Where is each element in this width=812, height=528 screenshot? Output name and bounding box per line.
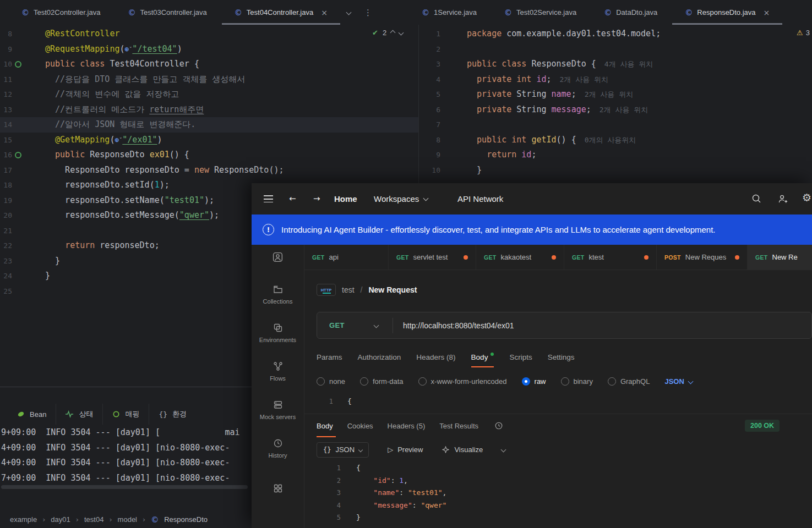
code-line[interactable]: 7: [419, 117, 812, 133]
code-line[interactable]: 17 ResponseDto responseDto = new Respons…: [0, 163, 418, 178]
invite-user-icon[interactable]: [778, 194, 788, 206]
request-body-editor[interactable]: 1{: [309, 395, 812, 414]
tab-body[interactable]: Body: [464, 346, 502, 367]
mode-raw[interactable]: raw: [522, 377, 546, 386]
code-line[interactable]: 8@RestController: [0, 26, 418, 42]
prev-issue-icon[interactable]: [390, 30, 396, 36]
code-line[interactable]: 10 }: [419, 163, 812, 178]
code-line[interactable]: 2 "id": 1,: [309, 475, 812, 487]
run-tab-bean[interactable]: Bean: [8, 404, 56, 425]
code-line[interactable]: 4 private int id;2개 사용 위치: [419, 72, 812, 87]
bean-gutter-icon[interactable]: [15, 152, 21, 158]
mode-urlencoded[interactable]: x-www-form-urlencoded: [418, 377, 507, 386]
editor-tab-test02service[interactable]: © Test02Service.java: [491, 0, 590, 25]
horizontal-scrollbar[interactable]: [1, 485, 248, 489]
code-line[interactable]: 5 private String name;2개 사용 위치: [419, 87, 812, 102]
nav-home[interactable]: Home: [334, 183, 357, 215]
tab-authorization[interactable]: Authorization: [350, 346, 409, 367]
run-tab-status[interactable]: 상태: [56, 404, 102, 425]
nav-api-network[interactable]: API Network: [457, 183, 503, 215]
gear-icon[interactable]: ⚙: [802, 191, 811, 204]
mode-graphql[interactable]: GraphQL: [608, 377, 650, 386]
code-line[interactable]: 13 //컨트롤러의 메소드가 return해주면: [0, 102, 418, 118]
code-line[interactable]: 1{: [309, 395, 812, 408]
code-line[interactable]: 1{: [309, 462, 812, 475]
response-tab-test-results[interactable]: Test Results: [432, 414, 486, 437]
code-line[interactable]: 9 return id;: [419, 147, 812, 163]
sidebar-configure[interactable]: [252, 483, 304, 493]
mode-none[interactable]: none: [317, 377, 345, 386]
back-icon[interactable]: ←: [289, 183, 296, 215]
forward-icon[interactable]: →: [313, 183, 320, 215]
method-select[interactable]: GET: [317, 321, 393, 329]
breadcrumb-item[interactable]: example: [10, 515, 37, 524]
breadcrumb-item[interactable]: model: [118, 515, 137, 524]
collection-name[interactable]: test: [342, 285, 355, 294]
request-tab-active[interactable]: GET New Re: [748, 245, 812, 270]
editor-tab-test03controller[interactable]: © Test03Controller.java: [114, 0, 220, 25]
preview-button[interactable]: ▷ Preview: [388, 446, 423, 454]
response-history-icon[interactable]: [494, 421, 503, 430]
request-name[interactable]: New Request: [368, 285, 417, 294]
breadcrumb-item[interactable]: test04: [84, 515, 103, 524]
editor-tab-responsedto[interactable]: © ResponseDto.java ×: [671, 0, 783, 25]
hamburger-menu-icon[interactable]: [264, 195, 273, 202]
url-input[interactable]: http://localhost:8080/test04/ex01: [393, 321, 514, 330]
sidebar-item-collections[interactable]: Collections: [252, 284, 304, 305]
breadcrumb-item[interactable]: day01: [51, 515, 70, 524]
editor-tab-test02controller[interactable]: © Test02Controller.java: [8, 0, 114, 25]
mode-form-data[interactable]: form-data: [360, 377, 404, 386]
sidebar-profile[interactable]: [252, 251, 304, 263]
sidebar-item-mock-servers[interactable]: Mock servers: [252, 400, 304, 420]
request-tab-kakaotest[interactable]: GET kakaotest: [476, 245, 564, 270]
nav-workspaces[interactable]: Workspaces: [374, 183, 428, 215]
request-tab-ktest[interactable]: GET ktest: [564, 245, 657, 270]
tab-headers[interactable]: Headers (8): [408, 346, 463, 367]
close-icon[interactable]: ×: [321, 8, 328, 17]
request-tab-new-request[interactable]: POST New Reques: [657, 245, 748, 270]
next-issue-icon[interactable]: [399, 30, 404, 36]
tab-scripts[interactable]: Scripts: [502, 346, 539, 367]
response-tab-cookies[interactable]: Cookies: [340, 414, 380, 437]
code-line[interactable]: 6 private String message;2개 사용 위치: [419, 102, 812, 118]
code-line[interactable]: 3public class ResponseDto {4개 사용 위치: [419, 57, 812, 72]
mode-binary[interactable]: binary: [561, 377, 593, 386]
code-line[interactable]: 5}: [309, 512, 812, 524]
run-tab-environment[interactable]: {} 환경: [149, 404, 196, 425]
bean-gutter-icon[interactable]: [15, 61, 21, 68]
code-line[interactable]: 2: [419, 42, 812, 57]
tab-settings[interactable]: Settings: [540, 346, 582, 367]
response-tab-headers[interactable]: Headers (5): [380, 414, 433, 437]
code-line[interactable]: 16 public ResponseDto ex01() {: [0, 147, 418, 163]
tab-params[interactable]: Params: [309, 346, 350, 367]
chevron-down-icon[interactable]: [346, 10, 352, 15]
code-line[interactable]: 12 //객체의 변수에 값을 저장하고: [0, 87, 418, 102]
response-body-viewer[interactable]: 1{2 "id": 1,3 "name": "test01",4 "messag…: [309, 462, 812, 528]
response-tab-body[interactable]: Body: [317, 414, 340, 437]
code-line[interactable]: 4 "message": "qwer": [309, 499, 812, 512]
request-tab-servlet-test[interactable]: GET servlet test: [389, 245, 476, 270]
code-line[interactable]: 3 "name": "test01",: [309, 487, 812, 499]
request-tab-api[interactable]: GET api: [304, 245, 389, 270]
close-icon[interactable]: ×: [764, 8, 770, 17]
code-line[interactable]: 10public class Test04Controller {: [0, 57, 418, 72]
run-tab-mapping[interactable]: 매핑: [102, 404, 149, 425]
code-line[interactable]: 9@RequestMapping(⊕ˇ"/test04"): [0, 42, 418, 57]
response-format-select[interactable]: {} JSON: [317, 442, 369, 458]
editor-tab-datadto[interactable]: © DataDto.java: [590, 0, 671, 25]
code-line[interactable]: 8 public int getId() {0개의 사용위치: [419, 133, 812, 148]
code-line[interactable]: 15 @GetMapping(⊕ˇ"/ex01"): [0, 133, 418, 148]
code-line[interactable]: 1package com.example.day01.test04.model;: [419, 26, 812, 42]
editor-tab-test04controller[interactable]: © Test04Controller.java ×: [221, 0, 341, 25]
kebab-menu-icon[interactable]: ⋮: [364, 8, 372, 18]
body-language-select[interactable]: JSON: [664, 377, 692, 386]
code-line[interactable]: 14 //알아서 JSON 형태로 변경해준다.: [0, 117, 418, 133]
visualize-button[interactable]: Visualize: [442, 446, 483, 454]
editor-tab-service1[interactable]: © 1Service.java: [419, 0, 491, 25]
sidebar-item-history[interactable]: History: [252, 438, 304, 459]
chevron-down-icon[interactable]: [501, 447, 506, 453]
sidebar-item-flows[interactable]: Flows: [252, 361, 304, 382]
sidebar-item-environments[interactable]: Environments: [252, 323, 304, 343]
breadcrumb-item[interactable]: ResponseDto: [164, 515, 208, 524]
search-icon[interactable]: [751, 194, 761, 206]
